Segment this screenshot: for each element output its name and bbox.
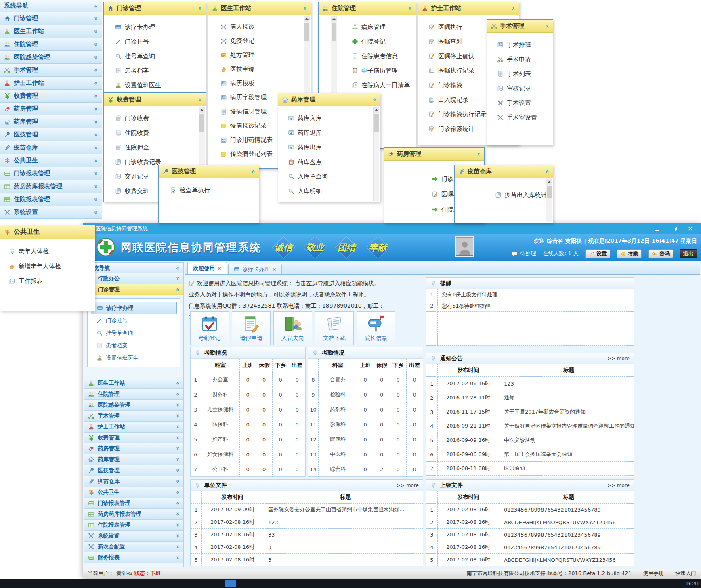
tab-close-icon[interactable]: ×: [272, 266, 276, 272]
menu-item[interactable]: 住院押金: [115, 140, 206, 155]
sidebar-item[interactable]: 门诊报表管理: [0, 167, 102, 180]
inner-nav-item-active[interactable]: 门诊管理: [84, 284, 183, 295]
collapse-left-icon[interactable]: [176, 265, 180, 271]
manual-link[interactable]: 使用手册: [643, 570, 664, 577]
collapse-up-icon[interactable]: [408, 6, 412, 11]
collapse-up-icon[interactable]: [512, 6, 515, 11]
menu-item[interactable]: 在院病人一日清单: [352, 78, 416, 92]
menu-item[interactable]: 入库单查询: [288, 169, 380, 184]
inner-nav-item[interactable]: 住院管理: [84, 389, 183, 400]
menu-item[interactable]: 手术室设置: [497, 110, 553, 125]
inner-nav-item[interactable]: 药房药库报表管理: [84, 509, 183, 520]
menu-item[interactable]: 住院患者信息: [352, 49, 416, 63]
menu-item[interactable]: 电子病历管理: [352, 63, 416, 78]
file-row[interactable]: 2 2017-02-08 16时 ABCDEFGHIJKLMNOPQRSTUVW…: [426, 516, 634, 529]
collapse-up-icon[interactable]: [373, 97, 376, 103]
menu-item[interactable]: 诊疗卡办理: [115, 20, 206, 34]
reminder-row[interactable]: 1 您有1份上级文件待处理.: [426, 289, 634, 300]
file-row[interactable]: 5 2017-02-08 16时 ABCDEFGHIJKLMNOPQRSTUVW…: [426, 554, 634, 566]
menu-item[interactable]: 住院登记: [352, 34, 416, 49]
menu-item[interactable]: 住院收费: [115, 126, 206, 140]
panel-header[interactable]: 药库管理: [278, 93, 380, 106]
notice-row[interactable]: 7 2016-08-11 08时 医讯通知: [426, 462, 634, 476]
shortcut-button[interactable]: 人员去向: [273, 311, 312, 345]
avatar[interactable]: [455, 236, 474, 257]
panel-header[interactable]: 门诊管理: [104, 2, 206, 15]
shortcut-button[interactable]: 考勤登记: [190, 311, 229, 345]
more-link[interactable]: >> more: [397, 483, 419, 488]
sidebar-item[interactable]: 公共卫生: [0, 154, 102, 167]
menu-item[interactable]: 手术排班: [497, 38, 553, 52]
submenu-item[interactable]: 门诊挂号: [91, 314, 177, 327]
file-row[interactable]: 2 2017-02-08 16时 123: [191, 516, 423, 529]
menu-item[interactable]: 老年人体检: [9, 244, 95, 259]
pending-link[interactable]: 待处理: [512, 250, 536, 257]
menu-item[interactable]: 免疫登记: [220, 34, 311, 48]
submenu-item[interactable]: 患者档案: [91, 339, 177, 352]
inner-nav-item[interactable]: 药房管理: [84, 443, 183, 454]
inner-nav-item[interactable]: 医院感染管理: [84, 400, 183, 411]
file-row[interactable]: 4 2017-02-08 16时 01234567899876543210123…: [426, 541, 634, 554]
tab-welcome[interactable]: 欢迎使用 ×: [187, 262, 227, 274]
collapse-up-icon[interactable]: [477, 151, 481, 157]
sidebar-item[interactable]: 住院管理: [0, 38, 102, 51]
scroll-up-icon[interactable]: [374, 107, 379, 113]
scrollbar[interactable]: [546, 179, 552, 222]
scroll-up-icon[interactable]: [331, 16, 337, 22]
inner-nav-item[interactable]: 收费管理: [84, 433, 183, 443]
menu-item[interactable]: 入库明细: [288, 184, 380, 198]
scroll-thumb[interactable]: [374, 114, 379, 132]
sidebar-item[interactable]: 药房药库报表管理: [0, 180, 102, 193]
scroll-thumb[interactable]: [547, 186, 552, 198]
sidebar-item[interactable]: 疫苗仓库: [0, 141, 102, 154]
panel-header[interactable]: 住院管理: [319, 2, 416, 15]
settings-button[interactable]: 设置: [585, 249, 610, 258]
menu-item[interactable]: 工作报表: [9, 274, 95, 289]
menu-item[interactable]: 新增老年人体检: [9, 259, 95, 274]
quickstart-link[interactable]: 快速入门: [675, 570, 696, 577]
menu-item[interactable]: 手术设置: [497, 96, 553, 110]
collapse-left-icon[interactable]: [94, 3, 98, 9]
collapse-up-icon[interactable]: [198, 6, 202, 11]
submenu-item[interactable]: 挂号单查询: [91, 327, 177, 339]
scroll-up-icon[interactable]: [304, 16, 310, 22]
scroll-thumb[interactable]: [304, 23, 309, 41]
menu-item[interactable]: 门诊收费: [115, 111, 206, 126]
menu-item[interactable]: 药库退库: [288, 126, 380, 140]
notice-row[interactable]: 1 2017-02-06 16时 123: [426, 377, 634, 391]
file-row[interactable]: 3 2017-02-08 16时 33: [191, 529, 423, 541]
inner-nav-item[interactable]: 门诊报表管理: [84, 498, 183, 509]
minimize-icon[interactable]: [654, 226, 660, 232]
sidebar-item[interactable]: 收费管理: [0, 90, 102, 103]
inner-nav-item[interactable]: 医生工作站: [84, 378, 183, 389]
menu-item[interactable]: 手术列表: [497, 67, 553, 81]
collapse-up-icon[interactable]: [252, 169, 255, 174]
sidebar-item[interactable]: 医院感染管理: [0, 51, 102, 64]
inner-nav-item[interactable]: 药库管理: [84, 454, 183, 465]
restore-icon[interactable]: [671, 226, 677, 232]
inner-nav-item[interactable]: 公共卫生: [84, 487, 183, 498]
inner-nav-item[interactable]: 财务报表: [84, 552, 183, 563]
scroll-up-icon[interactable]: [546, 179, 552, 185]
notice-row[interactable]: 3 2016-11-17 15时 关于开展2017年新农合筹资的通知: [426, 405, 634, 419]
submenu-item[interactable]: 诊疗卡办理: [91, 302, 177, 314]
file-row[interactable]: 3 2017-02-08 16时 01234567899876543210123…: [426, 529, 634, 541]
collapse-up-icon[interactable]: [303, 6, 307, 11]
notice-row[interactable]: 6 2016-09-06 09时 第三届工会换届选举大会通知: [426, 447, 634, 462]
sidebar-item[interactable]: 药库管理: [0, 116, 102, 128]
menu-item[interactable]: 检查单执行: [170, 183, 259, 197]
menu-item[interactable]: 患者档案: [115, 63, 206, 78]
scroll-thumb[interactable]: [199, 114, 204, 132]
close-icon[interactable]: ×: [687, 226, 693, 232]
inner-nav-item[interactable]: 医技管理: [84, 465, 183, 476]
menu-item[interactable]: 药库盘点: [288, 155, 380, 169]
panel-header[interactable]: 医技管理: [159, 165, 259, 178]
menu-item[interactable]: 病床管理: [352, 20, 416, 34]
more-link[interactable]: >> more: [607, 483, 630, 488]
public-health-header[interactable]: 公共卫生: [0, 225, 95, 239]
inner-nav-item[interactable]: 疫苗仓库: [84, 476, 183, 487]
sidebar-item[interactable]: 药房管理: [0, 103, 102, 116]
tab-close-icon[interactable]: ×: [217, 265, 221, 271]
inner-nav-item[interactable]: 手术管理: [84, 411, 183, 422]
menu-item[interactable]: 设置值班医生: [115, 78, 206, 92]
